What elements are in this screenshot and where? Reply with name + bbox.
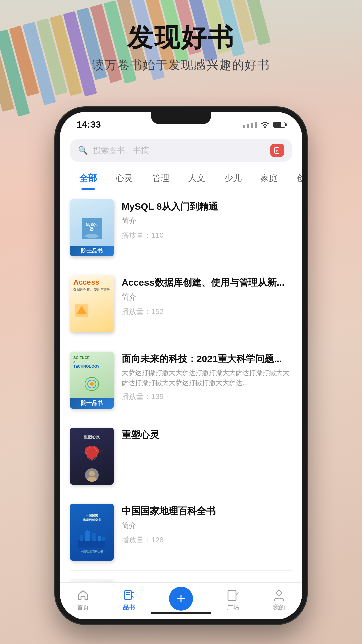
signal-icon xyxy=(243,122,257,128)
svg-point-15 xyxy=(89,471,95,476)
tab-square[interactable]: 广场 xyxy=(227,589,239,611)
search-icon: 🔍 xyxy=(78,146,88,155)
list-item[interactable]: MySQL 8 院士品书 MySQL 8从入门到精通 简介 播放量：110 xyxy=(70,190,292,266)
academician-badge: 院士品书 xyxy=(70,398,114,409)
app-content: 🔍 搜索图书、书摘 全部 心灵 管理 xyxy=(60,133,302,619)
book-cover: SCIENCE & TECHNOLOGY 面向未来的科技 xyxy=(70,352,114,409)
square-icon xyxy=(227,589,239,601)
tab-family[interactable]: 家庭 xyxy=(251,168,287,190)
list-item[interactable]: 中国国家地理百科全书 xyxy=(70,494,292,571)
svg-text:8: 8 xyxy=(90,226,94,232)
wifi-icon xyxy=(260,121,270,128)
tab-add[interactable] xyxy=(169,589,193,611)
search-area: 🔍 搜索图书、书摘 xyxy=(60,133,302,162)
svg-point-8 xyxy=(85,234,99,238)
academician-badge: 院士品书 xyxy=(70,246,114,256)
book-desc: 简介 xyxy=(122,291,292,303)
person-icon xyxy=(273,589,285,601)
book-cover: 高性能MySQL xyxy=(70,580,114,582)
book-title: 重塑心灵 xyxy=(122,429,292,441)
book-info: 重塑心灵 xyxy=(122,428,292,441)
svg-rect-24 xyxy=(78,541,105,544)
search-bar[interactable]: 🔍 搜索图书、书摘 xyxy=(70,139,292,162)
book-info: 高性能MySQL来了112 xyxy=(122,580,292,582)
list-item[interactable]: Access 数据库创建、使用与管理 Access数据库创建、使用与管理从 xyxy=(70,266,292,342)
tab-mind[interactable]: 心灵 xyxy=(106,168,142,190)
tab-manage[interactable]: 管理 xyxy=(142,168,179,190)
book-desc: 大萨达打撒打撒大大萨达打撒打撒大大萨达打撒打撒大大萨达打撒打撒大大萨达打撒打撒大… xyxy=(122,368,292,388)
battery-icon xyxy=(273,122,285,128)
home-icon xyxy=(77,589,89,601)
svg-rect-23 xyxy=(102,537,105,541)
book-badge-icon[interactable] xyxy=(270,144,284,157)
search-placeholder-text: 搜索图书、书摘 xyxy=(93,145,266,156)
tab-kids[interactable]: 少儿 xyxy=(215,168,251,190)
book-info: Access数据库创建、使用与管理从新... 简介 播放量：152 xyxy=(122,275,292,317)
tab-home-label: 首页 xyxy=(77,603,89,611)
list-item[interactable]: SCIENCE & TECHNOLOGY 面向未来的科技 xyxy=(70,342,292,418)
phone-notch xyxy=(151,112,211,124)
plus-icon xyxy=(175,593,187,605)
phone-mockup: 14:33 xyxy=(55,107,307,624)
tab-home[interactable]: 首页 xyxy=(77,589,89,611)
book-plays: 播放量：110 xyxy=(122,230,292,240)
tab-mine-label: 我的 xyxy=(273,603,285,611)
book-desc: 简介 xyxy=(122,520,292,531)
page-title: 发现好书 xyxy=(0,23,362,52)
phone-frame: 14:33 xyxy=(55,107,307,624)
book-plays: 播放量：152 xyxy=(122,307,292,317)
tab-startup[interactable]: 创业 xyxy=(287,168,307,190)
book-desc: 简介 xyxy=(122,215,292,226)
svg-point-13 xyxy=(90,382,94,386)
book-info: 中国国家地理百科全书 简介 播放量：128 xyxy=(122,504,292,545)
tab-books-label: 品书 xyxy=(123,603,135,611)
book-title: 中国国家地理百科全书 xyxy=(122,505,292,517)
tab-mine[interactable]: 我的 xyxy=(273,589,285,611)
list-item[interactable]: 重塑心灵 xyxy=(70,418,292,494)
book-cover: 重塑心灵 xyxy=(70,428,114,485)
tab-books[interactable]: 品书 xyxy=(123,589,135,611)
svg-rect-21 xyxy=(92,533,96,541)
book-list: MySQL 8 院士品书 MySQL 8从入门到精通 简介 播放量：110 xyxy=(60,190,302,582)
books-icon xyxy=(123,589,135,601)
book-info: MySQL 8从入门到精通 简介 播放量：110 xyxy=(122,199,292,240)
tab-culture[interactable]: 人文 xyxy=(179,168,215,190)
tab-all[interactable]: 全部 xyxy=(70,168,106,190)
book-cover: Access 数据库创建、使用与管理 xyxy=(70,275,114,332)
page-subtitle: 读万卷书始于发现感兴趣的好书 xyxy=(0,57,362,73)
book-title: 面向未来的科技：2021重大科学问题... xyxy=(122,353,292,365)
category-tabs: 全部 心灵 管理 人文 少儿 家庭 创业 xyxy=(60,162,302,190)
svg-point-41 xyxy=(277,591,281,595)
add-button[interactable] xyxy=(169,587,193,611)
status-icons xyxy=(243,121,285,128)
book-cover: MySQL 8 院士品书 xyxy=(70,199,114,256)
book-title: Access数据库创建、使用与管理从新... xyxy=(122,277,292,289)
book-title: MySQL 8从入门到精通 xyxy=(122,201,292,213)
list-item[interactable]: 高性能MySQL xyxy=(70,571,292,582)
svg-rect-37 xyxy=(228,591,236,601)
book-cover: 中国国家地理百科全书 xyxy=(70,504,114,561)
book-plays: 播放量：128 xyxy=(122,535,292,545)
svg-rect-18 xyxy=(80,535,83,541)
svg-point-0 xyxy=(264,127,266,128)
svg-rect-22 xyxy=(98,536,101,541)
home-indicator xyxy=(151,612,211,614)
svg-rect-29 xyxy=(125,590,131,600)
book-info: 面向未来的科技：2021重大科学问题... 大萨达打撒打撒大大萨达打撒打撒大大萨… xyxy=(122,352,292,402)
tab-square-label: 广场 xyxy=(227,603,239,611)
page-header: 发现好书 读万卷书始于发现感兴趣的好书 xyxy=(0,23,362,73)
svg-rect-20 xyxy=(87,530,88,533)
svg-point-16 xyxy=(87,477,97,482)
book-plays: 播放量：139 xyxy=(122,392,292,402)
status-time: 14:33 xyxy=(77,119,101,130)
